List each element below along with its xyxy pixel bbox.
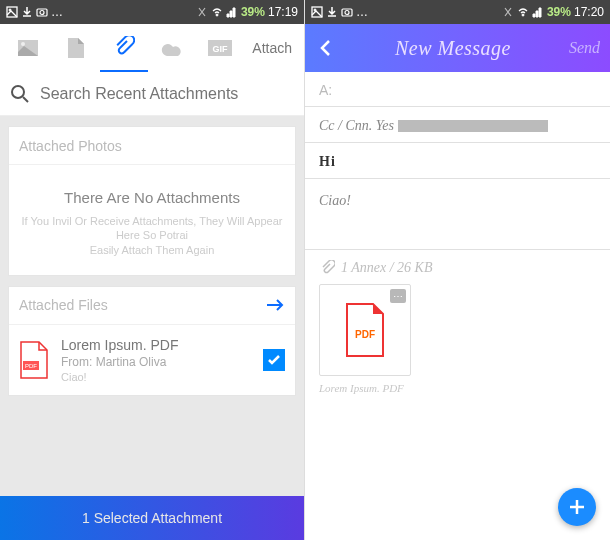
cc-field[interactable]: Cc / Cnn. Yes [305, 107, 610, 143]
clock: 17:20 [574, 5, 604, 19]
tab-documents[interactable] [52, 24, 100, 72]
battery-percentage: 39% [241, 5, 265, 19]
wifi-icon [517, 6, 529, 18]
plus-icon [568, 498, 586, 516]
subject-field[interactable]: Hi [305, 143, 610, 179]
battery-percentage: 39% [547, 5, 571, 19]
paperclip-icon [319, 260, 335, 276]
message-body[interactable]: Ciao! [305, 179, 610, 249]
compose-attachment-section: 1 Annex / 26 KB ⋯ PDF Lorem Ipsum. PDF [305, 249, 610, 404]
arrow-right-icon[interactable] [265, 298, 285, 312]
signal-icon [532, 6, 544, 18]
more-indicator: … [51, 5, 63, 19]
cc-redacted-value [398, 120, 548, 132]
attachment-caption: Lorem Ipsum. PDF [319, 382, 596, 394]
svg-point-16 [522, 14, 524, 16]
attachment-thumbnail[interactable]: ⋯ PDF [319, 284, 411, 376]
image-indicator-icon [6, 6, 18, 18]
svg-point-3 [40, 11, 44, 15]
svg-point-6 [21, 42, 25, 46]
attached-photos-header: Attached Photos [9, 127, 295, 165]
download-indicator-icon [326, 6, 338, 18]
svg-text:PDF: PDF [25, 363, 37, 369]
tab-recent-attachments[interactable] [100, 24, 148, 72]
file-name: Lorem Ipsum. PDF [61, 337, 251, 353]
camera-indicator-icon [341, 6, 353, 18]
attached-files-card: Attached Files PDF Lorem Ipsum. PDF From… [8, 286, 296, 396]
clock: 17:19 [268, 5, 298, 19]
svg-text:PDF: PDF [355, 329, 375, 340]
selection-count-label: 1 Selected Attachment [82, 510, 222, 526]
to-field[interactable]: A: [305, 72, 610, 107]
no-attachments-sub1: If You Invil Or Receive Attachments, The… [15, 214, 289, 243]
attached-photos-card: Attached Photos There Are No Attachments… [8, 126, 296, 276]
file-snippet: Ciao! [61, 371, 251, 383]
svg-point-9 [12, 86, 24, 98]
document-icon [68, 38, 84, 58]
check-icon [267, 353, 281, 367]
body-text: Ciao! [319, 193, 351, 208]
back-arrow-icon[interactable] [315, 37, 337, 59]
file-row[interactable]: PDF Lorem Ipsum. PDF From: Martina Oliva… [9, 325, 295, 395]
left-phone-screen: … 39% 17:19 GIF Atta [0, 0, 305, 540]
selection-bottom-bar[interactable]: 1 Selected Attachment [0, 496, 304, 540]
svg-text:GIF: GIF [213, 44, 229, 54]
status-bar: … 39% 17:20 [305, 0, 610, 24]
signal-icon [226, 6, 238, 18]
compose-title: New Message [337, 37, 569, 60]
attachment-summary: 1 Annex / 26 KB [341, 260, 433, 276]
subject-value: Hi [319, 154, 336, 169]
wifi-icon [211, 6, 223, 18]
file-from: From: Martina Oliva [61, 355, 251, 369]
file-selected-checkbox[interactable] [263, 349, 285, 371]
search-row [0, 72, 304, 116]
compose-header: New Message Send [305, 24, 610, 72]
gif-icon: GIF [208, 40, 232, 56]
pdf-file-icon: PDF [343, 302, 387, 358]
no-attachments-sub2: Easily Attach Them Again [15, 243, 289, 257]
no-attachments-title: There Are No Attachments [15, 189, 289, 206]
attach-label[interactable]: Attach [244, 40, 300, 56]
thumbnail-more-icon[interactable]: ⋯ [390, 289, 406, 303]
image-indicator-icon [311, 6, 323, 18]
search-input[interactable] [40, 85, 294, 103]
paperclip-icon [113, 36, 135, 58]
photo-icon [18, 40, 38, 56]
status-bar: … 39% 17:19 [0, 0, 304, 24]
vibrate-icon [502, 6, 514, 18]
download-indicator-icon [21, 6, 33, 18]
tab-cloud[interactable] [148, 24, 196, 72]
camera-indicator-icon [36, 6, 48, 18]
to-label: A: [319, 82, 332, 98]
svg-point-15 [345, 11, 349, 15]
attached-files-header: Attached Files [19, 297, 108, 313]
cloud-icon [161, 40, 183, 56]
svg-point-4 [216, 14, 218, 16]
tab-photos[interactable] [4, 24, 52, 72]
pdf-file-icon: PDF [19, 341, 49, 379]
compose-fab[interactable] [558, 488, 596, 526]
attachment-type-tabs: GIF Attach [0, 24, 304, 72]
vibrate-icon [196, 6, 208, 18]
search-icon [10, 84, 30, 104]
right-phone-screen: … 39% 17:20 New Message Send A: Cc / Cnn… [305, 0, 610, 540]
cc-label: Cc / Cnn. Yes [319, 118, 394, 133]
more-indicator: … [356, 5, 368, 19]
tab-gif[interactable]: GIF [196, 24, 244, 72]
send-button[interactable]: Send [569, 39, 600, 57]
